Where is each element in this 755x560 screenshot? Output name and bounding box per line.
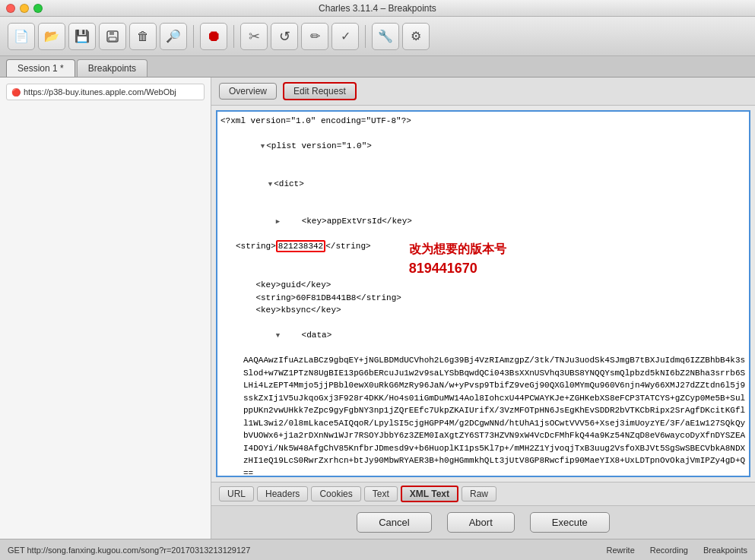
window-title: Charles 3.11.4 – Breakpoints — [319, 3, 436, 14]
xml-line-2: ▼<plist version="1.0"> — [220, 128, 746, 166]
execute-button[interactable]: Execute — [530, 512, 610, 533]
xml-line-4: ▶ <key>appExtVrsId</key> — [220, 203, 746, 241]
xml-line-6: <key>guid</key> — [220, 279, 746, 292]
tools-button[interactable]: 🔧 — [372, 23, 399, 50]
find-button[interactable]: 🔎 — [160, 23, 187, 50]
close-button[interactable] — [6, 4, 15, 13]
url-text: https://p38-buy.itunes.apple.com/WebObj — [24, 87, 176, 96]
trash-button[interactable]: 🗑 — [129, 23, 157, 50]
tab-breakpoints[interactable]: Breakpoints — [77, 59, 148, 77]
xml-line-8: <key>kbsync</key> — [220, 304, 746, 317]
xml-line-1: <?xml version="1.0" encoding="UTF-8"?> — [220, 115, 746, 128]
xml-line-7: <string>60F81DB441B8</string> — [220, 292, 746, 305]
status-recording: Recording — [650, 546, 688, 555]
tab-headers[interactable]: Headers — [257, 486, 308, 501]
cancel-button[interactable]: Cancel — [357, 512, 431, 533]
xml-line-3: ▼<dict> — [220, 165, 746, 203]
highlight-row: <string>821238342</string> 改为想要的版本号 8194… — [220, 240, 746, 279]
bottom-tab-bar: URL Headers Cookies Text XML Text Raw — [211, 482, 755, 505]
refresh-button[interactable]: ↺ — [271, 23, 298, 50]
toolbar-separator2 — [233, 25, 234, 48]
status-rewrite: Rewrite — [606, 546, 634, 555]
xml-line-5: <string>821238342</string> — [236, 240, 371, 253]
status-breakpoints: Breakpoints — [703, 546, 747, 555]
titlebar-buttons — [6, 4, 43, 13]
status-right: Rewrite Recording Breakpoints — [606, 546, 747, 555]
minimize-button[interactable] — [20, 4, 29, 13]
toolbar: 📄 📂 💾 🗑 🔎 ⏺ ✂ ↺ ✏ ✓ 🔧 ⚙ — [0, 17, 755, 56]
annotation-block: 改为想要的版本号 819441670 — [409, 240, 506, 279]
open-button[interactable]: 📂 — [38, 23, 65, 50]
status-bar: GET http://song.fanxing.kugou.com/song?r… — [0, 539, 755, 560]
scissors-button[interactable]: ✂ — [240, 23, 268, 50]
action-bar: Cancel Abort Execute — [211, 505, 755, 539]
abort-button[interactable]: Abort — [447, 512, 515, 533]
svg-rect-1 — [109, 31, 114, 35]
record-button[interactable]: ⏺ — [200, 23, 227, 50]
toolbar-separator — [193, 25, 194, 48]
save-all-button[interactable] — [99, 23, 126, 50]
tab-url[interactable]: URL — [219, 486, 254, 501]
annotation-label: 改为想要的版本号 — [409, 240, 506, 258]
sidebar: 🔴 https://p38-buy.itunes.apple.com/WebOb… — [0, 78, 211, 539]
new-button[interactable]: 📄 — [8, 23, 35, 50]
xml-line-9: ▼ <data> — [220, 317, 746, 355]
tab-text[interactable]: Text — [364, 486, 398, 501]
status-url: GET http://song.fanxing.kugou.com/song?r… — [8, 546, 250, 555]
maximize-button[interactable] — [33, 4, 43, 13]
tab-raw[interactable]: Raw — [462, 486, 496, 501]
titlebar: Charles 3.11.4 – Breakpoints — [0, 0, 755, 17]
tab-bar: Session 1 * Breakpoints — [0, 56, 755, 78]
svg-rect-2 — [109, 37, 116, 41]
overview-button[interactable]: Overview — [219, 83, 277, 100]
favicon-icon: 🔴 — [11, 88, 21, 96]
toolbar-separator3 — [365, 25, 366, 48]
annotation-number: 819441670 — [409, 258, 506, 279]
tab-xml-text[interactable]: XML Text — [401, 486, 458, 502]
main-area: 🔴 https://p38-buy.itunes.apple.com/WebOb… — [0, 78, 755, 539]
save-button[interactable]: 💾 — [68, 23, 96, 50]
right-panel: Overview Edit Request <?xml version="1.0… — [211, 78, 755, 539]
panel-header: Overview Edit Request — [211, 78, 755, 106]
xml-data-blob: AAQAAwzIfuAzLaBCz9gbqEY+jNGLBDMdUCVhoh2L… — [220, 354, 746, 477]
edit-request-button[interactable]: Edit Request — [283, 82, 357, 100]
tab-cookies[interactable]: Cookies — [311, 486, 360, 501]
url-display: 🔴 https://p38-buy.itunes.apple.com/WebOb… — [6, 84, 205, 100]
version-highlight: 821238342 — [276, 240, 325, 252]
check-button[interactable]: ✓ — [332, 23, 359, 50]
settings-button[interactable]: ⚙ — [402, 23, 430, 50]
tab-session1[interactable]: Session 1 * — [6, 59, 75, 77]
pencil-button[interactable]: ✏ — [301, 23, 328, 50]
xml-editor[interactable]: <?xml version="1.0" encoding="UTF-8"?> ▼… — [216, 110, 750, 477]
